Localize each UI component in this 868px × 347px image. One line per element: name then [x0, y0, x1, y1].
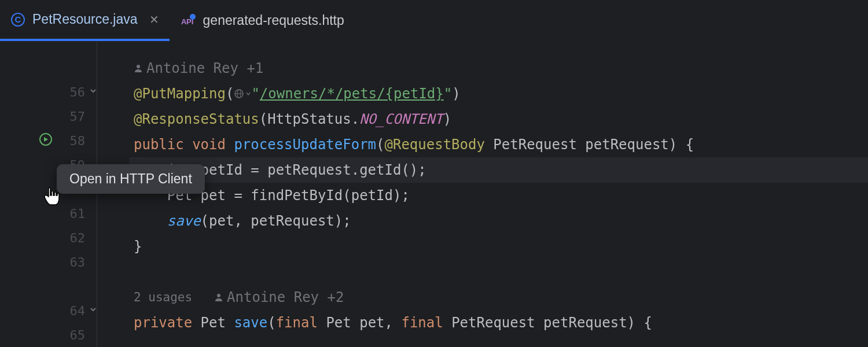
gutter-line[interactable]: 62 — [0, 226, 97, 250]
person-icon — [134, 64, 143, 73]
code-line-63[interactable] — [129, 259, 868, 285]
code-line-60[interactable]: Pet pet = findPetById(petId); — [129, 183, 868, 208]
code-line-59[interactable]: int petId = petRequest.getId(); — [129, 157, 868, 183]
code-line-61[interactable]: save(pet, petRequest); — [129, 208, 868, 234]
gutter-icons — [97, 42, 129, 347]
code-line-62[interactable]: } — [129, 234, 868, 259]
cursor-hand-icon — [43, 186, 61, 209]
inlay-usages-line[interactable]: 2 usages Antoine Rey +2 — [129, 285, 868, 310]
tab-generated-requests[interactable]: A PI generated-requests.http — [170, 0, 355, 41]
author-inlay[interactable]: Antoine Rey +1 — [134, 56, 263, 81]
line-number: 64 — [67, 304, 85, 318]
tabs-bar: C PetResource.java ✕ A PI generated-requ… — [0, 0, 868, 42]
line-number: 58 — [67, 134, 85, 148]
editor-area: 56 57 58 59 60 61 62 63 — [0, 42, 868, 347]
code-area[interactable]: Antoine Rey +1 @PutMapping("/owners/*/pe… — [129, 42, 868, 347]
close-icon[interactable]: ✕ — [145, 13, 159, 27]
tab-label: generated-requests.http — [203, 13, 344, 28]
run-gutter-icon[interactable] — [39, 133, 52, 148]
svg-point-11 — [217, 294, 220, 297]
tab-label: PetResource.java — [32, 12, 138, 27]
fold-chevron-icon[interactable] — [89, 86, 98, 98]
inlay-spacer — [0, 274, 97, 298]
svg-text:C: C — [15, 14, 21, 24]
fold-chevron-icon[interactable] — [89, 305, 98, 316]
chevron-down-icon — [245, 91, 251, 97]
line-number: 56 — [67, 85, 85, 99]
line-number: 57 — [67, 109, 85, 124]
code-line-57[interactable]: @ResponseStatus(HttpStatus.NO_CONTENT) — [129, 106, 868, 132]
usages-inlay[interactable]: 2 usages — [134, 285, 192, 310]
line-number: 61 — [67, 206, 85, 221]
line-number: 63 — [67, 255, 85, 270]
gutter-line[interactable]: 64 — [0, 298, 97, 323]
inlay-author-line[interactable]: Antoine Rey +1 — [129, 56, 868, 81]
globe-url-icon[interactable] — [234, 88, 251, 99]
tooltip-open-http-client[interactable]: Open in HTTP Client — [57, 164, 205, 194]
line-number: 62 — [67, 231, 85, 245]
person-icon — [214, 293, 223, 302]
gutter-line[interactable]: 57 — [0, 104, 97, 128]
gutter-line[interactable]: 65 — [0, 323, 97, 347]
gutter-line[interactable]: 58 — [0, 128, 97, 153]
gutter-line[interactable]: 63 — [0, 250, 97, 274]
line-number: 65 — [67, 328, 85, 342]
class-icon: C — [10, 12, 25, 27]
inlay-spacer — [0, 56, 97, 80]
svg-point-7 — [137, 65, 140, 68]
gutter-line[interactable]: 56 — [0, 80, 97, 104]
api-icon: A PI — [180, 13, 196, 29]
tab-petresource[interactable]: C PetResource.java ✕ — [0, 0, 170, 41]
author-inlay[interactable]: Antoine Rey +2 — [214, 285, 344, 310]
code-line-56[interactable]: @PutMapping("/owners/*/pets/{petId}") — [129, 81, 868, 106]
svg-point-4 — [190, 14, 196, 20]
code-line-64[interactable]: private Pet save(final Pet pet, final Pe… — [129, 310, 868, 335]
code-line-58[interactable]: public void processUpdateForm(@RequestBo… — [129, 132, 868, 157]
